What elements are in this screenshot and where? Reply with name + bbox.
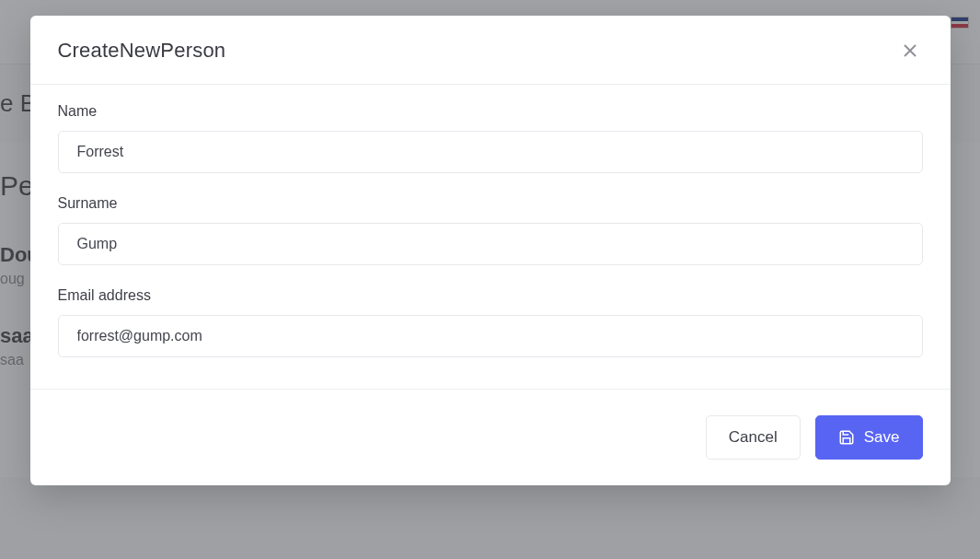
- modal-body: Name Surname Email address: [30, 85, 951, 389]
- modal-title: CreateNewPerson: [58, 39, 226, 63]
- surname-input[interactable]: [58, 223, 923, 265]
- save-icon: [838, 429, 855, 446]
- cancel-button[interactable]: Cancel: [706, 415, 801, 460]
- cancel-button-label: Cancel: [729, 428, 778, 447]
- close-button[interactable]: [897, 38, 923, 64]
- name-field-group: Name: [58, 103, 923, 173]
- email-input[interactable]: [58, 315, 923, 357]
- surname-field-group: Surname: [58, 195, 923, 265]
- save-button[interactable]: Save: [815, 415, 923, 460]
- email-label: Email address: [58, 287, 923, 304]
- name-input[interactable]: [58, 131, 923, 173]
- surname-label: Surname: [58, 195, 923, 212]
- modal-overlay[interactable]: CreateNewPerson Name Surname Email addre…: [0, 0, 980, 559]
- modal-footer: Cancel Save: [30, 389, 951, 485]
- email-field-group: Email address: [58, 287, 923, 357]
- modal-header: CreateNewPerson: [30, 16, 951, 85]
- create-person-modal: CreateNewPerson Name Surname Email addre…: [30, 16, 951, 485]
- save-button-label: Save: [864, 428, 900, 447]
- name-label: Name: [58, 103, 923, 120]
- close-icon: [903, 43, 917, 58]
